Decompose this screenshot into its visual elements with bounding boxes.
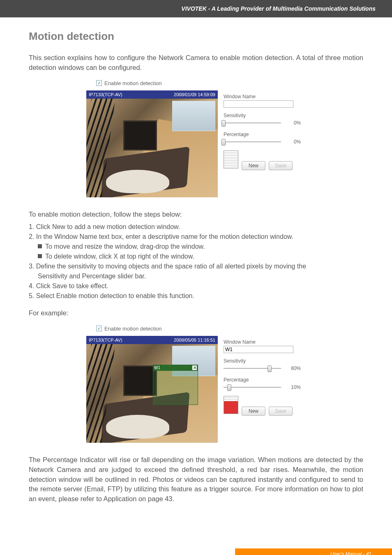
percentage-label: Percentage [224, 377, 306, 383]
camera-name: IP7133(TCP-AV) [89, 92, 122, 97]
sensitivity-slider[interactable] [224, 119, 281, 127]
percentage-slider[interactable] [224, 384, 281, 391]
closing-paragraph: The Percentage Indicator will rise or fa… [29, 455, 363, 504]
window-name-label: Window Name [224, 339, 306, 345]
window-name-input[interactable] [224, 100, 293, 108]
screenshot-2: ✓ Enable motion detection IP7133(TCP-AV)… [29, 326, 363, 443]
new-button[interactable]: New [242, 407, 265, 416]
step-1: 1. Click New to add a new motion detecti… [29, 222, 363, 232]
enable-md-label: Enable motion detection [104, 326, 161, 332]
percentage-indicator [224, 150, 238, 169]
header-divider [0, 17, 392, 18]
step-3: 3. Define the sensitivity to moving obje… [29, 261, 363, 271]
percentage-value: 10% [285, 384, 301, 390]
intro-paragraph: This section explains how to configure t… [29, 53, 363, 73]
page-content: Motion detection This section explains h… [0, 30, 392, 536]
step-2a: To move and resize the window, drag-drop… [29, 242, 363, 252]
sensitivity-slider[interactable] [224, 365, 281, 372]
motion-detection-window[interactable]: W1 ✕ [153, 365, 198, 405]
percentage-indicator [224, 396, 238, 414]
step-3-cont: Sensitivity and Percentage slider bar. [29, 271, 363, 281]
md-controls: Window Name Sensitivity 0% [218, 90, 306, 170]
new-button[interactable]: New [242, 161, 265, 170]
window-name-label: Window Name [224, 94, 306, 99]
steps-intro: To enable motion detection, follow the s… [29, 210, 363, 220]
example-label: For example: [29, 308, 363, 318]
sensitivity-label: Sensitivity [224, 113, 306, 118]
step-2b: To delete window, click X at top right o… [29, 252, 363, 261]
video-preview: IP7133(TCP-AV) 2008/05/05 11:16:51 W1 [86, 336, 218, 443]
screenshot-1: ✓ Enable motion detection IP7133(TCP-AV)… [29, 80, 363, 197]
video-timestamp: 2008/01/09 14:59:09 [174, 92, 215, 97]
step-2: 2. In the Window Name text box, enter a … [29, 232, 363, 242]
step-5: 5. Select Enable motion detection to ena… [29, 291, 363, 301]
percentage-label: Percentage [224, 132, 306, 137]
sensitivity-value: 0% [285, 120, 301, 126]
close-icon[interactable]: ✕ [192, 365, 197, 370]
step-4: 4. Click Save to take effect. [29, 281, 363, 291]
enable-md-label: Enable motion detection [104, 80, 161, 86]
section-title: Motion detection [29, 30, 363, 43]
video-image[interactable] [86, 99, 218, 197]
video-timestamp: 2008/05/05 11:16:51 [174, 338, 215, 342]
sensitivity-label: Sensitivity [224, 358, 306, 364]
header-band: VIVOTEK - A Leading Provider of Multimed… [0, 0, 392, 17]
window-name-input[interactable] [224, 346, 293, 353]
camera-name: IP7133(TCP-AV) [89, 338, 122, 342]
enable-md-checkbox[interactable]: ✓ [96, 80, 102, 86]
save-button[interactable]: Save [269, 407, 293, 416]
enable-md-checkbox[interactable]: ✓ [96, 326, 102, 331]
md-window-title: W1 [154, 365, 160, 371]
sensitivity-value: 80% [285, 365, 301, 371]
brand-tagline: VIVOTEK - A Leading Provider of Multimed… [181, 5, 376, 12]
footer-bar: User's Manual - 41 [0, 548, 392, 555]
percentage-value: 0% [285, 139, 301, 145]
save-button[interactable]: Save [269, 161, 293, 170]
video-preview: IP7133(TCP-AV) 2008/01/09 14:59:09 [86, 90, 218, 197]
steps-list: 1. Click New to add a new motion detecti… [29, 222, 363, 301]
md-controls: Window Name Sensitivity 80% [218, 336, 306, 416]
percentage-slider[interactable] [224, 138, 281, 146]
page-number: User's Manual - 41 [330, 549, 371, 555]
video-image[interactable]: W1 ✕ [86, 344, 218, 443]
